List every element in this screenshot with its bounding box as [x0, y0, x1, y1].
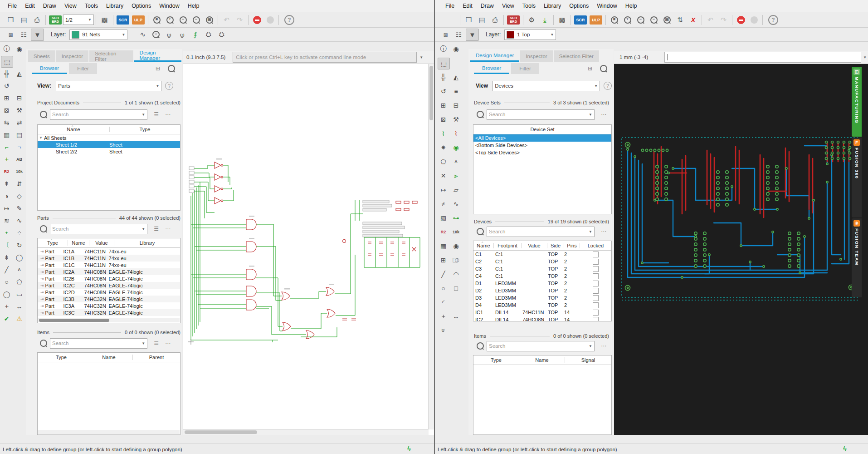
device-row-c2[interactable]: C2C:1TOP2	[473, 258, 611, 265]
manufacturing-export-icon[interactable]: ⤓	[539, 14, 551, 25]
package-3d-icon[interactable]: ▧	[438, 212, 449, 223]
paste-icon[interactable]: ⊟	[14, 93, 25, 104]
fusion-team-tab[interactable]: ❊ FUSION TEAM	[852, 218, 862, 297]
board-canvas[interactable]: ◫ MANUFACTURING F FUSION 360 ❊ FUSION TE…	[614, 64, 868, 435]
locked-checkbox[interactable]	[593, 252, 599, 257]
subtab-browser[interactable]: Browser	[32, 63, 67, 74]
device-row-d2[interactable]: D2LED3MMTOP2	[473, 287, 611, 294]
gate-swap-icon[interactable]: ⇄	[14, 117, 25, 128]
oval-icon[interactable]: ◯	[14, 252, 25, 263]
drc-errors-icon[interactable]: X	[687, 14, 699, 25]
more-options-icon[interactable]: ⋯	[601, 228, 606, 235]
menu-help[interactable]: Help	[184, 3, 204, 9]
pen-icon[interactable]: ✎	[14, 203, 25, 214]
tree-row-sheet-1-2[interactable]: Sheet 1/2Sheet	[38, 141, 180, 148]
print-icon[interactable]: ⎙	[31, 14, 43, 25]
zoom-redraw-icon[interactable]: ▣	[661, 14, 673, 25]
column-header-library[interactable]: Library	[114, 240, 180, 246]
print-icon[interactable]: ⎙	[489, 14, 501, 25]
menu-options[interactable]: Options	[127, 3, 155, 9]
project-documents-table[interactable]: ^Name Type ▼All SheetsSheet 1/2SheetShee…	[37, 124, 180, 211]
layer-selector[interactable]: 1 Top▼	[504, 30, 556, 40]
crop-view-icon[interactable]: ⊞	[152, 64, 163, 73]
zoom-panel-icon[interactable]	[166, 64, 177, 73]
column-header-name[interactable]: Name	[519, 357, 565, 363]
column-header-side[interactable]: Side	[547, 243, 564, 248]
info-icon[interactable]: ⓘ	[438, 44, 449, 54]
command-line-input[interactable]	[664, 52, 861, 63]
column-header-type[interactable]: Type	[473, 357, 519, 363]
help-icon[interactable]: ?	[284, 15, 294, 25]
part-row-ic3b[interactable]: ⇥PartIC3B74HC32NEAGLE-74logic	[38, 296, 180, 302]
save-icon[interactable]: ▤	[18, 14, 30, 25]
tab-design-manager[interactable]: Design Manager	[134, 50, 181, 62]
circle-icon[interactable]: ○	[438, 283, 449, 294]
menu-edit[interactable]: Edit	[458, 3, 477, 9]
device-set-row-top-side-devices[interactable]: <Top Side Devices>	[473, 149, 611, 156]
simulate-icon[interactable]: ∿	[137, 29, 149, 40]
pin-icon[interactable]: ↦	[1, 203, 12, 214]
menu-view[interactable]: View	[498, 3, 518, 9]
config-icon[interactable]: ▤	[14, 129, 25, 140]
menu-draw[interactable]: Draw	[477, 3, 498, 9]
part-row-ic3c[interactable]: ⇥PartIC3C74HC32NEAGLE-74logic	[38, 309, 180, 316]
copy-icon[interactable]: ⊞	[438, 100, 449, 111]
dimension-icon[interactable]: ↔	[14, 301, 25, 312]
zoom-out-icon[interactable]: −	[177, 14, 189, 25]
parts-search-input[interactable]: Search▼	[50, 224, 147, 234]
open-icon[interactable]: ❐	[463, 14, 475, 25]
page-down-icon[interactable]: ⇟	[1, 252, 12, 263]
device-row-c1[interactable]: C1C:1TOP2	[473, 251, 611, 258]
tab-inspector[interactable]: Inspector	[520, 50, 552, 62]
column-header-footprint[interactable]: Footprint	[493, 243, 521, 248]
menu-window[interactable]: Window	[593, 3, 621, 9]
add-part-icon[interactable]: ＋	[1, 154, 12, 165]
meander-icon[interactable]: ∿	[450, 198, 462, 209]
circle-icon[interactable]: ○	[1, 276, 12, 287]
part-row-ic2d[interactable]: ⇥PartIC2D74HC08NEAGLE-74logic	[38, 289, 180, 296]
manufacturing-tab[interactable]: ◫ MANUFACTURING	[852, 67, 862, 137]
group-select-icon[interactable]: ⬚	[1, 56, 13, 68]
rect-icon[interactable]: ▭	[14, 289, 25, 300]
tab-selection-filter[interactable]: Selection Filter	[554, 50, 599, 62]
menu-help[interactable]: Help	[621, 3, 641, 9]
gear-run-icon[interactable]: ⛭	[202, 29, 215, 40]
part-row-ic3a[interactable]: ⇥PartIC3A74HC32NEAGLE-74logic	[38, 302, 180, 309]
plus-icon[interactable]: ＋	[438, 311, 449, 322]
value-icon[interactable]: 10k	[14, 166, 25, 177]
tree-row-sheet-2-2[interactable]: Sheet 2/2Sheet	[38, 148, 180, 155]
rect-icon[interactable]: □	[450, 283, 462, 294]
panel-help-icon[interactable]: ?	[165, 82, 173, 90]
cycle-icon[interactable]: ↻	[14, 240, 25, 251]
wave-icon[interactable]: ∿	[14, 215, 25, 226]
locked-checkbox[interactable]	[593, 281, 599, 286]
schematic-board-toggle-icon[interactable]: SCHBRD	[49, 15, 62, 25]
hole-icon[interactable]: ⎄	[450, 255, 462, 266]
resistor-icon[interactable]: R2	[438, 227, 449, 237]
eye-icon[interactable]: ◉	[450, 44, 462, 54]
run-ulp-icon[interactable]: ULP	[132, 15, 145, 25]
eye-icon[interactable]: ◉	[14, 44, 25, 54]
grid-icon[interactable]: ☷	[453, 29, 465, 40]
move-icon[interactable]: ╬	[1, 68, 12, 79]
device-set-row-bottom-side-devices[interactable]: <Bottom Side Devices>	[473, 142, 611, 149]
run-ulp-icon[interactable]: ULP	[590, 15, 602, 25]
devices-search-input[interactable]: Search▼	[487, 227, 595, 237]
run-script-icon[interactable]: SCR	[117, 15, 129, 25]
fusion-360-tab[interactable]: F FUSION 360	[852, 138, 862, 217]
more-options-icon[interactable]: ⋯	[165, 340, 171, 346]
tab-design-manager[interactable]: Design Manager	[470, 50, 519, 62]
wrench-icon[interactable]: ⚒	[450, 114, 462, 125]
canvas-hscrollbar[interactable]	[183, 429, 429, 435]
value-icon[interactable]: 10k	[450, 227, 462, 237]
layer-settings-icon[interactable]: ⧈	[5, 29, 17, 40]
items-table[interactable]: TypeNameParent	[37, 352, 180, 435]
collapse-icon[interactable]: »	[438, 325, 449, 336]
locked-checkbox[interactable]	[593, 259, 599, 265]
pin-array-icon[interactable]: ↦	[438, 184, 449, 195]
devices-table[interactable]: ^NameFootprintValueSidePinsLocked C1C:1T…	[473, 241, 612, 321]
tab-sheets[interactable]: Sheets	[28, 50, 55, 62]
zoom-select-icon[interactable]: −	[190, 14, 202, 25]
menu-view[interactable]: View	[60, 3, 81, 9]
rotate-icon[interactable]: ↺	[1, 80, 12, 91]
